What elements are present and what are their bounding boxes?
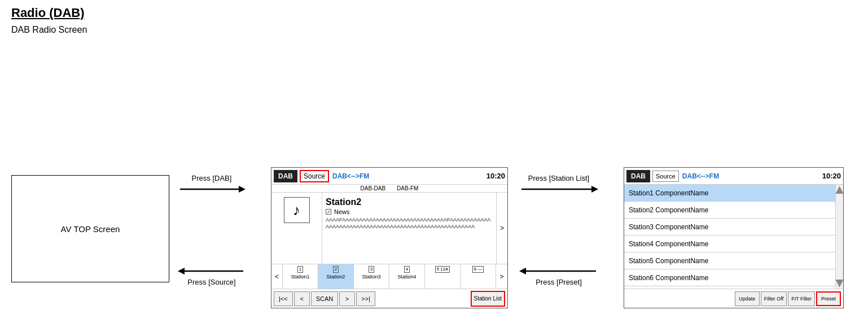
svg-marker-7 (519, 268, 526, 274)
prev-button[interactable]: < (294, 291, 310, 306)
station-list-button[interactable]: Station List (471, 291, 505, 307)
sl-dab-label: DAB (626, 170, 650, 182)
preset-button[interactable]: Preset (816, 291, 841, 306)
filter-off-button[interactable]: Filter Off (761, 291, 787, 306)
sl-time-display: 10:20 (822, 172, 841, 180)
update-button[interactable]: Update (735, 291, 760, 306)
bottom-controls: |<< < SCAN > >>| Station List (271, 289, 507, 308)
press-source-arrow-icon (178, 264, 246, 278)
preset-item-4[interactable]: 4 Station4 (389, 264, 425, 289)
news-checkbox: ✓ (326, 209, 331, 215)
preset-num-1: 1 (297, 266, 303, 273)
svg-marker-1 (239, 186, 246, 193)
press-dab-label: Press [DAB] (192, 174, 232, 182)
preset-item-5[interactable]: 5 12A (425, 264, 461, 289)
sub-dab-dab: DAB-DAB (361, 185, 385, 191)
preset-num-3: 3 (369, 266, 374, 273)
station-list-item-2[interactable]: Station2 ComponentName (624, 202, 835, 219)
scroll-up-arrow-icon[interactable] (836, 186, 844, 194)
station-list-item-1[interactable]: Station1 ComponentName (624, 185, 835, 202)
source-button[interactable]: Source (300, 170, 329, 182)
preset-station-2: Station2 (326, 274, 345, 280)
dab-label: DAB (274, 170, 297, 182)
sub-header: DAB-DAB DAB-FM (271, 185, 507, 193)
station-list-item-5[interactable]: Station5 ComponentName (624, 252, 835, 269)
press-preset-label: Press [Preset] (536, 278, 582, 286)
press-preset-arrow-group: Press [Preset] (519, 264, 598, 286)
station-list-screen: DAB Source DAB<-->FM 10:20 Station1 Comp… (624, 167, 844, 308)
scroll-text: AAAAFAAAAAAAAAAAAAAAAAAAAAAAAAAAAAAAFAAA… (326, 217, 493, 238)
press-preset-arrow-icon (519, 264, 598, 278)
preset-num-2: 2 (333, 266, 339, 273)
press-source-label: Press [Source] (187, 278, 235, 286)
screen-center: Station2 ✓ News AAAAFAAAAAAAAAAAAAAAAAAA… (322, 193, 496, 264)
page-title: Radio (DAB) (11, 6, 87, 20)
scroll-down-arrow-icon[interactable] (836, 280, 844, 287)
preset-items: 1 Station1 2 Station2 3 Station3 4 Stati… (283, 264, 496, 289)
scroll-right-arrow[interactable]: > (496, 193, 507, 264)
scan-button[interactable]: SCAN (311, 291, 339, 306)
station-list-scrollbar (835, 185, 843, 289)
album-art-icon: ♪ (284, 197, 310, 223)
press-dab-arrow-icon (178, 182, 246, 196)
station-list-body: Station1 ComponentName Station2 Componen… (624, 185, 843, 289)
next-button[interactable]: > (339, 291, 355, 306)
sl-dab-fm-link[interactable]: DAB<-->FM (682, 172, 719, 180)
preset-num-5: 5 12A (435, 266, 450, 273)
screen-left: ♪ (271, 193, 322, 264)
dab-main-screen: DAB Source DAB<-->FM 10:20 DAB-DAB DAB-F… (271, 167, 508, 308)
preset-num-6: 6 — (472, 266, 484, 273)
station-list-item-3[interactable]: Station3 ComponentName (624, 219, 835, 236)
sl-header: DAB Source DAB<-->FM 10:20 (624, 168, 843, 185)
press-station-list-arrow-group: Press [Station List] (519, 174, 598, 196)
av-top-screen-box: AV TOP Screen (11, 175, 169, 282)
fit-filter-button[interactable]: FIT Filter (788, 291, 815, 306)
svg-marker-3 (178, 268, 185, 274)
press-dab-arrow-group: Press [DAB] (178, 174, 246, 196)
preset-row: < 1 Station1 2 Station2 3 Station3 4 Sta… (271, 264, 507, 289)
station-list-item-6[interactable]: Station6 ComponentName (624, 269, 835, 286)
station-list-items: Station1 ComponentName Station2 Componen… (624, 185, 835, 289)
preset-item-6[interactable]: 6 — (461, 264, 496, 289)
preset-item-1[interactable]: 1 Station1 (283, 264, 318, 289)
dab-fm-link[interactable]: DAB<-->FM (332, 172, 369, 180)
preset-station-1: Station1 (291, 274, 309, 280)
press-station-list-arrow-icon (519, 182, 598, 196)
sl-bottom-controls: Update Filter Off FIT Filter Preset (624, 289, 843, 308)
av-top-screen-label: AV TOP Screen (61, 224, 120, 234)
page-subtitle: DAB Radio Screen (11, 25, 87, 35)
prev-prev-button[interactable]: |<< (274, 291, 293, 306)
preset-item-2[interactable]: 2 Station2 (318, 264, 354, 289)
preset-item-3[interactable]: 3 Station3 (354, 264, 389, 289)
sub-dab-fm: DAB-FM (397, 185, 418, 191)
news-label: ✓ News (326, 208, 493, 215)
dab-screen-header: DAB Source DAB<-->FM 10:20 (271, 168, 507, 185)
preset-prev-arrow[interactable]: < (271, 264, 283, 289)
press-source-arrow-group: Press [Source] (178, 264, 246, 286)
preset-station-4: Station4 (397, 274, 416, 280)
next-next-button[interactable]: >>| (356, 291, 375, 306)
screen-body: ♪ Station2 ✓ News AAAAFAAAAAAAAAAAAAAAAA… (271, 193, 507, 264)
preset-next-arrow[interactable]: > (496, 264, 507, 289)
station-name: Station2 (326, 197, 493, 207)
sl-source-label[interactable]: Source (652, 171, 679, 182)
preset-num-4: 4 (404, 266, 410, 273)
time-display: 10:20 (486, 172, 505, 180)
station-list-item-4[interactable]: Station4 ComponentName (624, 236, 835, 252)
press-station-list-label: Press [Station List] (528, 174, 589, 182)
preset-station-3: Station3 (362, 274, 380, 280)
svg-marker-5 (591, 186, 598, 193)
